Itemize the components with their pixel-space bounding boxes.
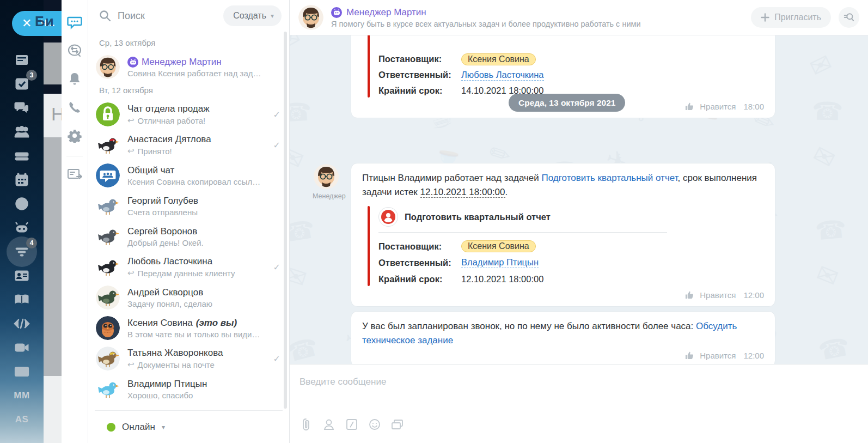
employees-icon[interactable] (10, 120, 34, 144)
chat-list-item[interactable]: Общий чат Ксения Совина скопировал ссыл… (88, 160, 289, 191)
task-originator-chip[interactable]: Ксения Совина (461, 53, 536, 65)
reply-arrow-icon: ↩ (127, 360, 135, 369)
tasks-badge: 3 (26, 70, 37, 81)
tool-divider (66, 156, 83, 156)
chat-list-item[interactable]: Анастасия Дятлова ↩ Принято! ✓ (88, 130, 289, 160)
recent-status-icon[interactable] (65, 41, 84, 60)
chevron-down-icon: ▾ (162, 423, 165, 431)
divider (378, 232, 667, 233)
chat-list-item[interactable]: Ксения Совина (это вы) В этом чате вы и … (88, 313, 289, 343)
read-check-icon: ✓ (273, 262, 280, 272)
calendar-icon[interactable] (10, 168, 34, 192)
chat-last-message: Ксения Совина скопировал ссыл… (127, 177, 280, 186)
occluded-logo-fragment: Би (35, 13, 54, 30)
presence-label: Онлайн (122, 422, 155, 433)
chat-name: Владимир Птицын (127, 379, 207, 390)
feed-icon[interactable] (10, 48, 34, 72)
chat-list-item[interactable]: Андрей Скворцов Задачу понял, сделаю (88, 282, 289, 313)
like-icon[interactable] (685, 351, 694, 360)
left-dock: ✕ Ч... Би 3 (0, 0, 44, 443)
chat-list-item[interactable]: Сергей Воронов Добрый день! Окей. (88, 221, 289, 252)
dock-label-mm[interactable]: MM (14, 384, 29, 408)
chat-name: Ксения Совина (127, 318, 193, 329)
mention-person-icon[interactable] (322, 418, 335, 431)
attach-file-icon[interactable] (299, 418, 313, 431)
crm-icon[interactable]: 4 (10, 240, 34, 264)
command-icon[interactable] (345, 418, 358, 431)
self-chat-suffix: (это вы) (196, 318, 237, 329)
like-button[interactable]: Нравится (700, 290, 736, 300)
chat-name: Анастасия Дятлова (127, 134, 211, 145)
like-icon[interactable] (685, 102, 694, 111)
notifications-bell-icon[interactable] (65, 70, 84, 88)
chat-avatar[interactable] (298, 5, 323, 30)
code-icon[interactable] (10, 312, 34, 336)
knowledge-base-icon[interactable] (10, 288, 34, 312)
video-icon[interactable] (10, 336, 34, 360)
reply-arrow-icon: ↩ (127, 146, 135, 156)
create-button[interactable]: Создать ▾ (223, 5, 282, 26)
chat-list-item[interactable]: Чат отдела продаж ↩ Отличная работа! ✓ (88, 99, 289, 130)
drive-icon[interactable] (10, 144, 34, 168)
task-originator-chip[interactable]: Ксения Совина (461, 240, 536, 252)
list-scrollbar[interactable] (284, 32, 287, 409)
stickers-icon[interactable] (391, 418, 404, 431)
date-separator: Вт, 12 октября (88, 82, 289, 99)
chat-subtitle: Я помогу быть в курсе всех актуальных за… (331, 20, 641, 28)
invite-button[interactable]: Пригласить (751, 7, 831, 28)
bot-badge-icon (331, 7, 342, 18)
occluded-block (44, 137, 62, 376)
chat-list-item[interactable]: Менеджер Мартин Совина Ксения работает н… (88, 52, 289, 82)
task-card: Подготовить квартальный отчет Постановщи… (368, 206, 764, 287)
contacts-icon[interactable] (10, 264, 34, 288)
chat-list-item[interactable]: Татьяна Жаворонкова ↩ Документы на почте… (88, 343, 289, 374)
deadline-value: 12.10.2021 18:00:00 (461, 274, 543, 284)
chat-last-message: ↩ Отличная работа! (127, 116, 269, 125)
task-link[interactable]: Подготовить квартальный отчет (542, 173, 678, 183)
sender-avatar[interactable]: Менеджер (313, 164, 340, 200)
messenger-icon[interactable] (10, 96, 34, 120)
responsible-link[interactable]: Владимир Птицын (461, 257, 539, 268)
task-accent-bar (368, 35, 370, 98)
like-button[interactable]: Нравится (700, 102, 736, 111)
lock-avatar (96, 102, 120, 126)
chat-search-button[interactable] (839, 7, 859, 28)
presence-selector[interactable]: Онлайн ▾ (95, 410, 283, 443)
archive-forward-icon[interactable] (65, 165, 84, 184)
reply-arrow-icon: ↩ (127, 268, 135, 278)
message-bubble: У вас был запланирован звонок, но по нем… (351, 311, 775, 364)
close-icon[interactable]: ✕ (22, 16, 32, 31)
chat-search-icon (843, 12, 854, 23)
calls-phone-icon[interactable] (65, 98, 84, 117)
read-check-icon: ✓ (273, 354, 280, 364)
chat-list-item[interactable]: Георгий Голубев Счета отправлены (88, 191, 289, 221)
chat-list-item[interactable]: Владимир Птицын Хорошо, спасибо (88, 374, 289, 404)
sites-icon[interactable] (10, 360, 34, 384)
settings-gear-icon[interactable] (65, 126, 84, 145)
chat-list-panel: Создать ▾ Ср, 13 октября Менеджер Мартин… (88, 0, 290, 443)
chat-name: Андрей Скворцов (127, 287, 203, 298)
search-input[interactable] (118, 10, 199, 22)
read-check-icon: ✓ (273, 140, 280, 150)
chat-last-message: Хорошо, спасибо (127, 391, 280, 400)
chat-last-message: Совина Ксения работает над зад… (127, 69, 280, 78)
message-time: 18:00 (743, 102, 764, 111)
owl-avatar (96, 316, 120, 340)
chat-name: Татьяна Жаворонкова (127, 348, 223, 359)
responsible-link[interactable]: Любовь Ласточкина (461, 70, 544, 81)
message-input[interactable] (299, 377, 811, 387)
starling-avatar (96, 286, 120, 310)
chat-list-item[interactable]: Любовь Ласточкина ↩ Передам данные клиен… (88, 252, 289, 282)
search-box[interactable] (99, 10, 223, 22)
like-button[interactable]: Нравится (700, 351, 736, 360)
emoji-icon[interactable] (368, 418, 381, 431)
tasks-icon[interactable]: 3 (10, 72, 34, 96)
like-icon[interactable] (685, 290, 694, 300)
worktime-icon[interactable] (10, 192, 34, 216)
chat-name: Георгий Голубев (127, 196, 198, 207)
chats-tab-icon[interactable] (65, 13, 84, 32)
dock-label-as[interactable]: AS (15, 408, 29, 432)
chat-name: Любовь Ласточкина (127, 256, 212, 267)
chat-title[interactable]: Менеджер Мартин (346, 7, 426, 18)
task-card-title[interactable]: Подготовить квартальный отчет (405, 212, 551, 222)
